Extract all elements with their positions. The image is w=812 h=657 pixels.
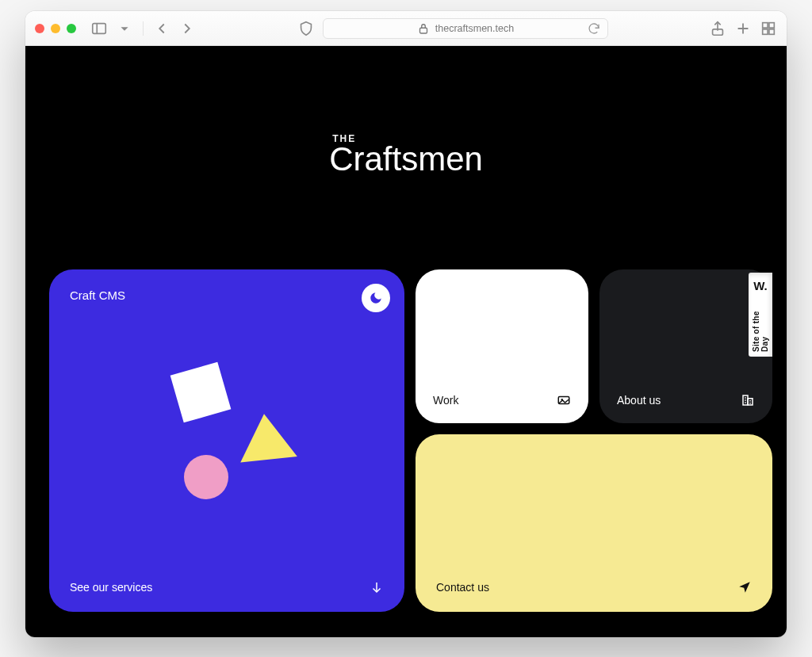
address-bar-text: thecraftsmen.tech [435,23,514,34]
services-card-cta: See our services [70,581,152,594]
tab-overview-button[interactable] [760,20,777,37]
building-icon [741,393,755,407]
privacy-shield-button[interactable] [297,20,315,37]
maximize-window-button[interactable] [67,24,76,33]
arrow-down-icon [370,580,384,594]
forward-button[interactable] [178,20,196,37]
send-icon [737,580,752,594]
gallery-icon [557,393,571,407]
about-card-label: About us [617,394,661,407]
award-text: Site of the Day [752,299,769,352]
about-card[interactable]: W. Site of the Day About us [599,269,772,423]
svg-rect-7 [769,22,774,27]
contact-card[interactable]: Contact us [416,434,772,612]
tab-group-dropdown[interactable] [116,20,133,37]
svg-rect-2 [419,28,427,33]
work-card-label: Work [433,394,458,407]
card-grid: Craft CMS See our services [49,269,776,632]
svg-rect-9 [769,29,774,33]
window-controls [35,24,76,33]
close-window-button[interactable] [35,24,44,33]
svg-rect-0 [93,23,106,33]
browser-window: thecraftsmen.tech THE Craftsmen Craft CM… [25,11,787,637]
toolbar-separator [143,21,144,36]
svg-rect-8 [763,29,768,33]
back-button[interactable] [153,20,170,37]
brand-logo: THE Craftsmen [329,133,483,176]
page-viewport: THE Craftsmen Craft CMS See our services [25,46,787,637]
address-bar[interactable]: thecraftsmen.tech [323,18,608,39]
decorative-square [170,362,232,423]
moon-badge [362,284,390,312]
services-card[interactable]: Craft CMS See our services [49,269,404,612]
svg-rect-6 [763,22,768,27]
minimize-window-button[interactable] [51,24,60,33]
decorative-triangle [236,411,297,462]
work-card[interactable]: Work [416,269,588,423]
brand-name: Craftsmen [329,143,483,176]
share-button[interactable] [709,20,726,37]
svg-rect-14 [748,399,753,405]
contact-card-label: Contact us [436,581,489,594]
sidebar-toggle-button[interactable] [90,20,108,37]
reload-button[interactable] [587,21,601,36]
decorative-circle [184,455,228,499]
award-ribbon[interactable]: W. Site of the Day [749,273,772,357]
browser-toolbar: thecraftsmen.tech [25,11,787,46]
award-monogram: W. [753,279,768,292]
lock-icon [416,21,431,36]
moon-icon [369,291,383,305]
services-card-title: Craft CMS [70,288,384,302]
new-tab-button[interactable] [734,20,752,37]
